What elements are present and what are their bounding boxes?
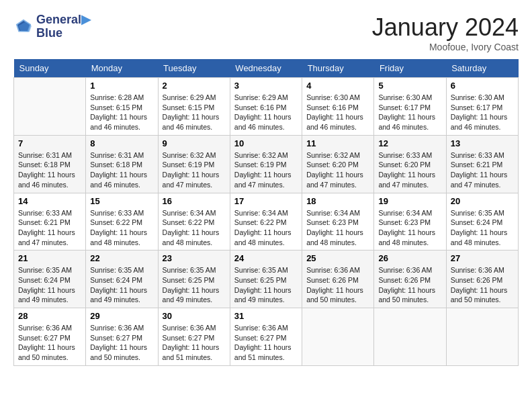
- day-number: 11: [306, 138, 369, 148]
- day-number: 15: [90, 196, 153, 206]
- cell-sun-info: Sunrise: 6:33 AMSunset: 6:22 PMDaylight:…: [90, 208, 153, 248]
- cell-sun-info: Sunrise: 6:34 AMSunset: 6:23 PMDaylight:…: [378, 208, 441, 248]
- calendar-week-3: 14Sunrise: 6:33 AMSunset: 6:21 PMDayligh…: [14, 193, 519, 250]
- location-subtitle: Moofoue, Ivory Coast: [372, 42, 519, 52]
- calendar-cell: 4Sunrise: 6:30 AMSunset: 6:16 PMDaylight…: [302, 78, 374, 136]
- page-header: General▶ Blue January 2024 Moofoue, Ivor…: [13, 13, 519, 52]
- calendar-cell: 21Sunrise: 6:35 AMSunset: 6:24 PMDayligh…: [14, 250, 86, 308]
- calendar-week-5: 28Sunrise: 6:36 AMSunset: 6:27 PMDayligh…: [14, 308, 519, 366]
- calendar-cell: 29Sunrise: 6:36 AMSunset: 6:27 PMDayligh…: [86, 308, 158, 366]
- weekday-header-monday: Monday: [86, 59, 158, 78]
- day-number: 4: [306, 81, 369, 91]
- cell-sun-info: Sunrise: 6:30 AMSunset: 6:17 PMDaylight:…: [451, 93, 514, 132]
- calendar-cell: 26Sunrise: 6:36 AMSunset: 6:26 PMDayligh…: [374, 250, 446, 308]
- weekday-header-friday: Friday: [374, 59, 446, 78]
- cell-sun-info: Sunrise: 6:34 AMSunset: 6:22 PMDaylight:…: [234, 208, 298, 248]
- cell-sun-info: Sunrise: 6:30 AMSunset: 6:16 PMDaylight:…: [306, 93, 369, 132]
- day-number: 20: [451, 196, 514, 206]
- day-number: 29: [90, 311, 153, 321]
- calendar-cell: 24Sunrise: 6:35 AMSunset: 6:25 PMDayligh…: [230, 250, 302, 308]
- cell-sun-info: Sunrise: 6:32 AMSunset: 6:19 PMDaylight:…: [163, 150, 226, 190]
- calendar-cell: 16Sunrise: 6:34 AMSunset: 6:22 PMDayligh…: [158, 193, 230, 250]
- logo: General▶ Blue: [13, 13, 91, 40]
- calendar-cell: 1Sunrise: 6:28 AMSunset: 6:15 PMDaylight…: [86, 78, 158, 136]
- calendar-cell: 18Sunrise: 6:34 AMSunset: 6:23 PMDayligh…: [302, 193, 374, 250]
- calendar-cell: 14Sunrise: 6:33 AMSunset: 6:21 PMDayligh…: [14, 193, 86, 250]
- calendar-cell: [302, 308, 374, 366]
- day-number: 7: [18, 138, 81, 148]
- calendar-cell: 23Sunrise: 6:35 AMSunset: 6:25 PMDayligh…: [158, 250, 230, 308]
- day-number: 17: [234, 196, 298, 206]
- calendar-week-2: 7Sunrise: 6:31 AMSunset: 6:18 PMDaylight…: [14, 135, 519, 193]
- day-number: 6: [451, 81, 514, 91]
- day-number: 18: [306, 196, 369, 206]
- calendar-cell: 6Sunrise: 6:30 AMSunset: 6:17 PMDaylight…: [446, 78, 518, 136]
- weekday-header-wednesday: Wednesday: [230, 59, 302, 78]
- calendar-cell: 8Sunrise: 6:31 AMSunset: 6:18 PMDaylight…: [86, 135, 158, 193]
- calendar-cell: [14, 78, 86, 136]
- cell-sun-info: Sunrise: 6:35 AMSunset: 6:24 PMDaylight:…: [451, 208, 514, 248]
- cell-sun-info: Sunrise: 6:36 AMSunset: 6:27 PMDaylight:…: [234, 323, 298, 363]
- cell-sun-info: Sunrise: 6:33 AMSunset: 6:20 PMDaylight:…: [378, 150, 441, 190]
- weekday-header-thursday: Thursday: [302, 59, 374, 78]
- calendar-cell: [374, 308, 446, 366]
- title-block: January 2024 Moofoue, Ivory Coast: [372, 13, 519, 52]
- cell-sun-info: Sunrise: 6:36 AMSunset: 6:27 PMDaylight:…: [90, 323, 153, 363]
- cell-sun-info: Sunrise: 6:29 AMSunset: 6:15 PMDaylight:…: [163, 93, 226, 132]
- calendar-cell: 20Sunrise: 6:35 AMSunset: 6:24 PMDayligh…: [446, 193, 518, 250]
- day-number: 8: [90, 138, 153, 148]
- cell-sun-info: Sunrise: 6:36 AMSunset: 6:26 PMDaylight:…: [451, 265, 514, 305]
- calendar-cell: 27Sunrise: 6:36 AMSunset: 6:26 PMDayligh…: [446, 250, 518, 308]
- calendar-cell: 9Sunrise: 6:32 AMSunset: 6:19 PMDaylight…: [158, 135, 230, 193]
- calendar-cell: 7Sunrise: 6:31 AMSunset: 6:18 PMDaylight…: [14, 135, 86, 193]
- calendar-cell: 12Sunrise: 6:33 AMSunset: 6:20 PMDayligh…: [374, 135, 446, 193]
- calendar-cell: 11Sunrise: 6:32 AMSunset: 6:20 PMDayligh…: [302, 135, 374, 193]
- cell-sun-info: Sunrise: 6:36 AMSunset: 6:26 PMDaylight:…: [378, 265, 441, 305]
- day-number: 24: [234, 253, 298, 263]
- weekday-header-tuesday: Tuesday: [158, 59, 230, 78]
- cell-sun-info: Sunrise: 6:34 AMSunset: 6:23 PMDaylight:…: [306, 208, 369, 248]
- calendar-cell: 31Sunrise: 6:36 AMSunset: 6:27 PMDayligh…: [230, 308, 302, 366]
- cell-sun-info: Sunrise: 6:31 AMSunset: 6:18 PMDaylight:…: [90, 150, 153, 190]
- weekday-header-saturday: Saturday: [446, 59, 518, 78]
- calendar-cell: 28Sunrise: 6:36 AMSunset: 6:27 PMDayligh…: [14, 308, 86, 366]
- day-number: 30: [163, 311, 226, 321]
- cell-sun-info: Sunrise: 6:36 AMSunset: 6:27 PMDaylight:…: [18, 323, 81, 363]
- cell-sun-info: Sunrise: 6:34 AMSunset: 6:22 PMDaylight:…: [163, 208, 226, 248]
- cell-sun-info: Sunrise: 6:35 AMSunset: 6:24 PMDaylight:…: [18, 265, 81, 305]
- day-number: 19: [378, 196, 441, 206]
- cell-sun-info: Sunrise: 6:31 AMSunset: 6:18 PMDaylight:…: [18, 150, 81, 190]
- day-number: 23: [163, 253, 226, 263]
- cell-sun-info: Sunrise: 6:28 AMSunset: 6:15 PMDaylight:…: [90, 93, 153, 132]
- calendar-week-1: 1Sunrise: 6:28 AMSunset: 6:15 PMDaylight…: [14, 78, 519, 136]
- day-number: 22: [90, 253, 153, 263]
- day-number: 28: [18, 311, 81, 321]
- cell-sun-info: Sunrise: 6:33 AMSunset: 6:21 PMDaylight:…: [451, 150, 514, 190]
- day-number: 5: [378, 81, 441, 91]
- day-number: 27: [451, 253, 514, 263]
- calendar-cell: 17Sunrise: 6:34 AMSunset: 6:22 PMDayligh…: [230, 193, 302, 250]
- calendar-cell: [446, 308, 518, 366]
- cell-sun-info: Sunrise: 6:32 AMSunset: 6:19 PMDaylight:…: [234, 150, 298, 190]
- cell-sun-info: Sunrise: 6:33 AMSunset: 6:21 PMDaylight:…: [18, 208, 81, 248]
- calendar-cell: 22Sunrise: 6:35 AMSunset: 6:24 PMDayligh…: [86, 250, 158, 308]
- day-number: 3: [234, 81, 298, 91]
- calendar-cell: 19Sunrise: 6:34 AMSunset: 6:23 PMDayligh…: [374, 193, 446, 250]
- calendar-cell: 13Sunrise: 6:33 AMSunset: 6:21 PMDayligh…: [446, 135, 518, 193]
- calendar-cell: 2Sunrise: 6:29 AMSunset: 6:15 PMDaylight…: [158, 78, 230, 136]
- cell-sun-info: Sunrise: 6:30 AMSunset: 6:17 PMDaylight:…: [378, 93, 441, 132]
- day-number: 16: [163, 196, 226, 206]
- cell-sun-info: Sunrise: 6:35 AMSunset: 6:24 PMDaylight:…: [90, 265, 153, 305]
- day-number: 10: [234, 138, 298, 148]
- calendar-cell: 15Sunrise: 6:33 AMSunset: 6:22 PMDayligh…: [86, 193, 158, 250]
- logo-text: General▶ Blue: [36, 13, 91, 40]
- calendar-cell: 10Sunrise: 6:32 AMSunset: 6:19 PMDayligh…: [230, 135, 302, 193]
- calendar-cell: 25Sunrise: 6:36 AMSunset: 6:26 PMDayligh…: [302, 250, 374, 308]
- day-number: 2: [163, 81, 226, 91]
- calendar-cell: 5Sunrise: 6:30 AMSunset: 6:17 PMDaylight…: [374, 78, 446, 136]
- cell-sun-info: Sunrise: 6:35 AMSunset: 6:25 PMDaylight:…: [234, 265, 298, 305]
- cell-sun-info: Sunrise: 6:32 AMSunset: 6:20 PMDaylight:…: [306, 150, 369, 190]
- cell-sun-info: Sunrise: 6:36 AMSunset: 6:27 PMDaylight:…: [163, 323, 226, 363]
- cell-sun-info: Sunrise: 6:35 AMSunset: 6:25 PMDaylight:…: [163, 265, 226, 305]
- day-number: 1: [90, 81, 153, 91]
